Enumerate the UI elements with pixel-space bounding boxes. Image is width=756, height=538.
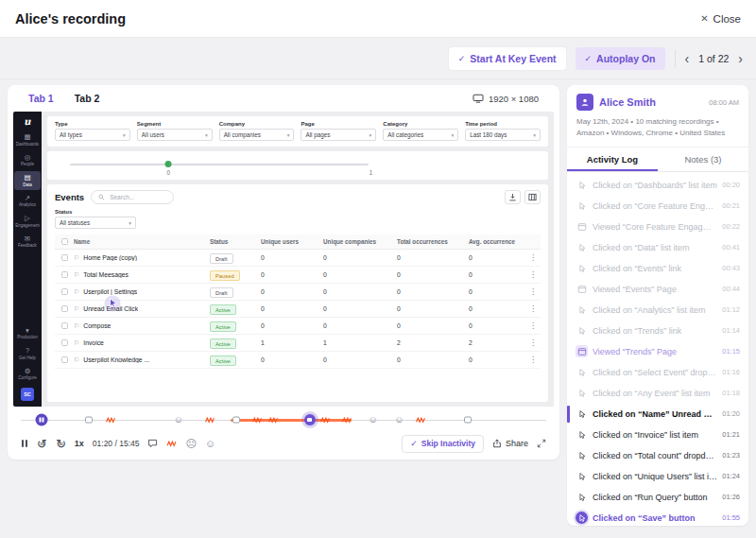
activity-item[interactable]: Clicked on “Any Event” list item 01:18 (567, 383, 748, 404)
event-name[interactable]: Unread Email Click (83, 305, 138, 312)
filter-select[interactable]: All types ▾ (55, 129, 130, 141)
timeline-marker[interactable]: ☺ (252, 416, 263, 424)
activity-item[interactable]: Clicked on “Invoice” list item 01:21 (567, 425, 748, 445)
row-checkbox[interactable] (61, 288, 68, 295)
activity-item[interactable]: Viewed “Events” Page 00:44 (567, 279, 748, 300)
frustration-icon[interactable]: ☹ (185, 439, 196, 449)
column-name[interactable]: Name (74, 238, 210, 245)
row-checkbox[interactable] (61, 322, 68, 329)
column-status[interactable]: Status (210, 238, 261, 245)
rewind-10-button[interactable]: ↺10 (37, 438, 47, 450)
activity-item[interactable]: Clicked on “Save” button 01:55 (567, 508, 748, 526)
status-filter-select[interactable]: All statuses ▾ (55, 217, 136, 229)
app-sidebar-item[interactable]: ▦ Dashboards (14, 130, 41, 149)
activity-item[interactable]: Clicked on “Select Event” dropdown 01:16 (567, 362, 748, 383)
event-table-row[interactable]: ⚐ Invoice Active 1 1 2 2 (55, 335, 541, 352)
fullscreen-button[interactable] (537, 439, 546, 448)
row-menu-button[interactable]: ⋮ (525, 287, 541, 296)
timeline-marker[interactable]: ☺ (205, 416, 215, 424)
activity-item[interactable]: Clicked on “Name” Unread Email C... 01:2… (567, 404, 748, 425)
activity-item[interactable]: Clicked on “Analytics” list item 01:12 (567, 300, 748, 321)
row-checkbox[interactable] (61, 271, 68, 278)
app-sidebar-item[interactable]: ◎ People (14, 151, 41, 170)
activity-item[interactable]: Viewed “Core Feature Engagment” 00:22 (567, 217, 748, 237)
timeline-marker[interactable]: ☺ (85, 417, 93, 424)
app-user-avatar[interactable]: SC (21, 388, 34, 401)
row-menu-button[interactable]: ⋮ (525, 304, 541, 313)
filter-select[interactable]: All users ▾ (137, 129, 213, 141)
playhead[interactable] (36, 414, 48, 426)
activity-item[interactable]: Clicked on “Core Feature Engagem... 00:2… (567, 196, 748, 217)
tab-notes[interactable]: Notes (3) (658, 148, 748, 171)
timeline-marker[interactable]: ☺ (174, 415, 183, 425)
column-total-occurrences[interactable]: Total occurrences (397, 238, 469, 245)
app-sidebar-item[interactable]: ⚙ Configure (14, 365, 41, 384)
event-name[interactable]: Home Page (copy) (83, 254, 137, 261)
filter-select[interactable]: All categories ▾ (383, 129, 458, 141)
app-sidebar-item[interactable]: ✉ Feedback (14, 233, 41, 252)
columns-button[interactable] (524, 190, 541, 204)
player-timeline[interactable]: ☺ ☺ (21, 408, 546, 431)
event-name[interactable]: Invoice (83, 339, 104, 346)
user-name[interactable]: Alice Smith (599, 96, 703, 108)
select-all-checkbox[interactable] (61, 238, 68, 245)
skip-inactivity-toggle[interactable]: ✓ Skip Inactivity (402, 435, 484, 453)
app-sidebar-item[interactable]: ▾ Production (14, 324, 41, 343)
app-sidebar-item[interactable]: ▷ Engagement (14, 212, 41, 231)
tab-1[interactable]: Tab 1 (28, 93, 54, 104)
row-menu-button[interactable]: ⋮ (525, 253, 541, 262)
filter-select[interactable]: All pages ▾ (301, 129, 376, 141)
activity-item[interactable]: Clicked on “Events” link 00:43 (567, 258, 748, 279)
column-unique-users[interactable]: Unique users (261, 238, 323, 245)
autoplay-toggle[interactable]: ✓ Autoplay On (576, 47, 665, 70)
app-sidebar-item[interactable]: ▤ Data (14, 171, 41, 190)
app-sidebar-item[interactable]: ↗ Analytics (14, 192, 41, 211)
timeline-marker[interactable]: ☺ (464, 417, 472, 424)
next-recording-button[interactable]: › (738, 52, 743, 65)
playback-speed-button[interactable]: 1x (75, 440, 84, 448)
pause-button[interactable] (21, 440, 28, 447)
timeline-marker[interactable]: ☺ (105, 416, 115, 424)
row-menu-button[interactable]: ⋮ (525, 270, 541, 279)
column-avg-occurrence[interactable]: Avg. occurrence (469, 238, 525, 245)
row-menu-button[interactable]: ⋮ (525, 321, 541, 330)
events-search[interactable] (91, 190, 174, 204)
timeline-marker[interactable]: ☺ (232, 417, 240, 424)
slider-track[interactable]: 0 1 (70, 158, 369, 180)
app-sidebar-item[interactable]: ? Get Help (14, 344, 41, 363)
row-checkbox[interactable] (61, 339, 68, 346)
activity-item[interactable]: Clicked on “Trends” link 01:14 (567, 321, 748, 341)
events-search-input[interactable] (108, 193, 166, 201)
rage-click-button[interactable] (166, 440, 177, 447)
event-name[interactable]: Total Meesages (83, 271, 129, 278)
row-checkbox[interactable] (61, 305, 68, 312)
activity-item[interactable]: Clicked on “Run Query” button 01:26 (567, 487, 748, 508)
event-table-row[interactable]: ⚐ Userpilot Knowledge ... Active 0 0 0 (55, 352, 541, 369)
event-table-row[interactable]: ⚐ Unread Email Click Active 0 0 0 (55, 301, 541, 318)
tab-2[interactable]: Tab 2 (75, 93, 100, 104)
activity-item[interactable]: Clicked on “Dashboards” list item 00:20 (567, 175, 748, 196)
filter-select[interactable]: All companies ▾ (219, 129, 295, 141)
tab-activity-log[interactable]: Activity Log (567, 148, 658, 171)
event-name[interactable]: Userpilot Knowledge ... (83, 356, 149, 363)
close-button[interactable]: ✕ Close (700, 13, 741, 25)
start-at-key-event-button[interactable]: ✓ Start At Key Event (449, 47, 566, 70)
prev-recording-button[interactable]: ‹ (685, 52, 690, 65)
timeline-marker[interactable]: ☺ (368, 415, 377, 425)
share-button[interactable]: Share (492, 439, 528, 448)
event-table-row[interactable]: ⚐ Compose Active 0 0 0 0 (55, 318, 541, 335)
row-menu-button[interactable]: ⋮ (525, 338, 541, 347)
activity-item[interactable]: Viewed “Trends” Page 01:15 (567, 341, 748, 362)
timeline-marker[interactable]: ☺ (267, 416, 278, 424)
comment-button[interactable] (147, 439, 158, 448)
event-table-row[interactable]: ⚐ Userpilot | Settings Draft 0 0 0 (55, 284, 541, 301)
slider-handle[interactable] (165, 161, 172, 167)
column-unique-companies[interactable]: Unique companies (323, 238, 397, 245)
activity-item[interactable]: Clicked on “Unique Users” list item 01:2… (567, 466, 748, 487)
download-button[interactable] (505, 190, 521, 204)
event-name[interactable]: Compose (83, 322, 111, 329)
timeline-marker[interactable]: ☺ (341, 416, 352, 424)
forward-10-button[interactable]: ↻10 (56, 438, 66, 450)
row-menu-button[interactable]: ⋮ (525, 356, 541, 364)
event-table-row[interactable]: ⚐ Home Page (copy) Draft 0 0 0 (55, 250, 541, 267)
